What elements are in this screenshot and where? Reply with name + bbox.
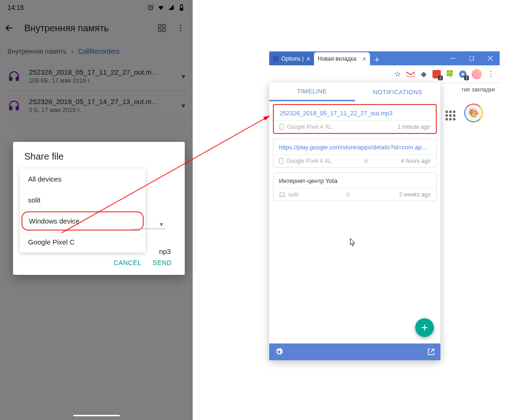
nav-handle[interactable] — [73, 415, 120, 416]
bookmarks-overflow[interactable]: гие закладки — [462, 86, 495, 93]
device-name: Google Pixel 4 XL — [286, 158, 331, 164]
tab-favicon — [273, 56, 279, 62]
extension-icon[interactable] — [459, 70, 467, 78]
phone-icon — [279, 124, 284, 130]
fab-add-button[interactable] — [415, 318, 434, 337]
send-button[interactable]: SEND — [153, 259, 172, 266]
svg-rect-17 — [469, 56, 474, 60]
diamond-icon[interactable]: ◆ — [419, 70, 428, 78]
star-icon[interactable]: ☆ — [393, 70, 402, 78]
timeline-time: 2 weeks ago — [399, 191, 431, 198]
svg-rect-23 — [280, 193, 285, 196]
timeline-title[interactable]: Интернет-центр Yota — [273, 173, 436, 188]
tab-label: Новая вкладка — [318, 56, 360, 62]
popup-tabs: TIMELINE NOTIFICATIONS — [269, 83, 440, 101]
dialog-title: Share file — [24, 151, 174, 162]
close-window-button[interactable] — [481, 51, 500, 65]
timeline-item[interactable]: 252326_2018_05_17_11_22_27_out.mp3 Googl… — [273, 104, 437, 134]
todoist-icon[interactable] — [432, 70, 441, 78]
laptop-icon — [279, 192, 286, 197]
svg-rect-21 — [280, 124, 284, 130]
popup-footer — [269, 343, 440, 360]
timeline-item[interactable]: Интернет-центр Yota solit 🗑 2 weeks ago — [273, 172, 437, 201]
close-icon[interactable]: × — [307, 55, 310, 63]
tab-label: Options | Pi — [281, 56, 304, 62]
tab-notifications[interactable]: NOTIFICATIONS — [355, 83, 441, 101]
mouse-cursor — [350, 238, 356, 249]
window-titlebar: Options | Pi × Новая вкладка × + — [269, 51, 500, 65]
timeline-time: 1 minute ago — [398, 124, 430, 130]
device-menu: All devices solit Windows device Google … — [20, 168, 146, 252]
timeline-time: 4 hours ago — [401, 158, 431, 164]
filename-extension: np3 — [159, 247, 171, 255]
trash-icon[interactable]: 🗑 — [346, 191, 351, 198]
google-profile-avatar[interactable]: 🎨 — [464, 104, 483, 122]
maximize-button[interactable] — [462, 51, 481, 65]
timeline-title[interactable]: 252326_2018_05_17_11_22_27_out.mp3 — [274, 105, 436, 120]
evernote-icon[interactable]: 🍀 — [446, 70, 454, 78]
timeline-item[interactable]: https://play.google.com/store/apps/detai… — [273, 139, 437, 168]
cancel-button[interactable]: CANCEL — [113, 259, 141, 266]
svg-rect-22 — [279, 158, 283, 164]
share-dialog: Share file All devices solit Windows dev… — [13, 142, 185, 275]
device-option-solit[interactable]: solit — [20, 189, 146, 210]
minimize-button[interactable] — [444, 51, 462, 65]
tab-timeline[interactable]: TIMELINE — [269, 83, 355, 101]
avatar-small[interactable] — [472, 69, 482, 79]
browser-tab-options[interactable]: Options | Pi × — [269, 52, 314, 65]
open-external-icon[interactable] — [427, 348, 435, 356]
close-icon[interactable]: × — [363, 55, 366, 63]
browser-toolbar: ☆ ◆ 🍀 ⋮ — [269, 65, 500, 83]
timeline-title[interactable]: https://play.google.com/store/apps/detai… — [273, 139, 436, 154]
gear-icon[interactable] — [275, 348, 283, 356]
android-phone: 14:15 Внутренняя память Внутренняя памят… — [0, 0, 193, 420]
device-option-windows[interactable]: Windows device — [21, 211, 144, 231]
extension-popup: TIMELINE NOTIFICATIONS 252326_2018_05_17… — [269, 83, 440, 360]
device-name: solit — [288, 191, 298, 198]
device-option-pixel-c[interactable]: Google Pixel C — [20, 231, 146, 252]
new-tab-button[interactable]: + — [371, 54, 383, 65]
phone-icon — [279, 158, 284, 164]
timeline-list: 252326_2018_05_17_11_22_27_out.mp3 Googl… — [269, 101, 440, 343]
more-icon[interactable]: ⋮ — [487, 70, 495, 78]
trash-icon[interactable]: 🗑 — [363, 158, 369, 164]
dropdown-underline — [132, 229, 166, 229]
device-option-all[interactable]: All devices — [20, 168, 146, 189]
browser-tab-newtab[interactable]: Новая вкладка × — [314, 52, 370, 65]
dropdown-arrow-icon: ▼ — [159, 221, 164, 228]
apps-grid-icon[interactable] — [446, 111, 455, 120]
gmail-icon[interactable] — [406, 70, 415, 78]
device-name: Google Pixel 4 XL — [287, 124, 332, 130]
